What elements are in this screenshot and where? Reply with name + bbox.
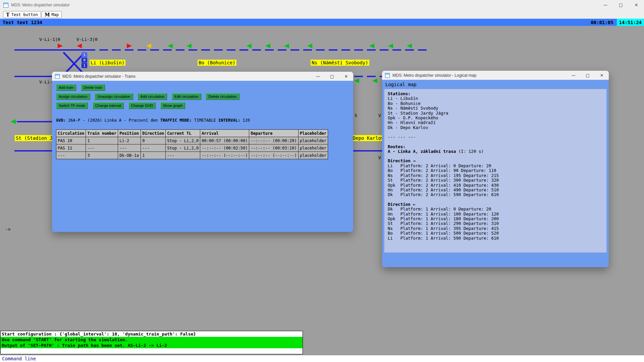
- column-header-position[interactable]: Position: [118, 130, 141, 137]
- map-button[interactable]: M Map: [42, 11, 62, 18]
- trains-window: MDS: Metro dispatcher simulator - Trains…: [52, 72, 353, 232]
- console-line-3: Output of 'SET-PATH' : Train path has be…: [1, 343, 303, 348]
- change-gvd-button[interactable]: Change GVD: [128, 102, 156, 109]
- signal-arrow-icon: [11, 119, 16, 124]
- cell: ---: [56, 152, 86, 159]
- command-bar: [0, 355, 644, 362]
- logical-map-window: MDS: Metro dispatcher simulator - Logica…: [382, 71, 609, 267]
- trains-maximize-button[interactable]: □: [325, 72, 339, 81]
- trains-table: Circulation Train number Position Direct…: [56, 129, 328, 159]
- signal-arrow-icon: [369, 44, 374, 48]
- train-row-2[interactable]: PAS 11 --- --- --- Stop - Li,2,0 --:--:-…: [56, 144, 328, 152]
- logical-window-titlebar[interactable]: MDS: Metro dispatcher simulator - Logica…: [382, 71, 609, 80]
- logical-minimize-button[interactable]: —: [567, 71, 581, 80]
- train-row-3[interactable]: --- 3 Dk-OB-1a 1 --- --:--:-- (--:--:--)…: [56, 152, 328, 159]
- assign-circulation-button[interactable]: Assign circulation: [56, 93, 90, 100]
- cell: PAS 10: [56, 137, 86, 144]
- cell: Li-2: [118, 137, 141, 144]
- status-text: Test text 1234: [3, 20, 42, 25]
- signal-arrow-icon: [77, 44, 82, 48]
- cell: --:--:-- (00:00:20): [249, 137, 298, 144]
- delete-circulation-button[interactable]: Delete circulation: [206, 93, 239, 100]
- logical-map-text-panel[interactable]: Stations: Li - Libušín Bo - Bohunice Ns …: [384, 89, 607, 253]
- cell: ---: [141, 144, 166, 152]
- trains-close-button[interactable]: ✕: [339, 72, 353, 81]
- show-graph-button[interactable]: Show graph: [160, 102, 185, 109]
- switch-tf-mode-button[interactable]: Switch TF mode: [56, 102, 88, 109]
- cell: Stop - Li,2,0: [166, 137, 200, 144]
- trains-window-body: Add train Delete train Assign circulatio…: [52, 81, 353, 232]
- status-right: 00:01:05 14:51:24: [591, 19, 644, 26]
- edit-circulation-button[interactable]: Edit circulation: [172, 93, 201, 100]
- test-button[interactable]: T Test button: [3, 11, 41, 18]
- delete-train-button[interactable]: Delete train: [81, 84, 105, 91]
- logical-close-button[interactable]: ✕: [595, 71, 609, 80]
- cell: 1: [86, 137, 118, 144]
- add-circulation-button[interactable]: Add circulation: [138, 93, 167, 100]
- stations-list: Li - Libušín Bo - Bohunice Ns - Náměstí …: [388, 96, 603, 130]
- signal-arrow-icon: [168, 44, 173, 48]
- signal-arrow-icon: [372, 78, 377, 83]
- cell: placeholder: [298, 144, 328, 152]
- cell: 3: [86, 152, 118, 159]
- clock-time: 14:51:24: [617, 19, 644, 26]
- train-row-1[interactable]: PAS 10 1 Li-2 0 Stop - Li,2,0 00:00:57 (…: [56, 137, 328, 144]
- track-line-1-dashed: [87, 49, 427, 51]
- cell: --:--:-- (00:02:50): [200, 144, 249, 152]
- logical-window-controls: — □ ✕: [567, 71, 609, 80]
- cell: --:--:-- (--:--:--): [200, 152, 249, 159]
- signal-arrow-icon: [186, 44, 192, 48]
- traffic-mode-label: TRAFFIC MODE:: [160, 118, 192, 123]
- unassign-circulation-button[interactable]: Unassign circulation: [95, 93, 133, 100]
- signal-number: 1: [82, 52, 87, 57]
- interval-value: 120: [240, 118, 250, 123]
- signal-arrow-icon: [388, 44, 393, 48]
- app-icon: [385, 73, 390, 78]
- track-line-1-solid: [14, 49, 87, 51]
- signal-arrow-icon: [354, 78, 359, 83]
- gvd-value: 26A-P - (2026) Linka A - Pracovní den: [66, 118, 160, 123]
- column-header-train-number[interactable]: Train number: [86, 130, 118, 137]
- pointer-note: ->: [5, 227, 11, 232]
- column-header-direction[interactable]: Direction: [141, 130, 166, 137]
- cell: --:--:-- (00:03:10): [249, 144, 298, 152]
- logical-maximize-button[interactable]: □: [581, 71, 595, 80]
- main-window-title: MDS: Metro dispatcher simulator: [11, 3, 70, 7]
- trains-minimize-button[interactable]: —: [311, 72, 325, 81]
- change-interval-button[interactable]: Change interval: [93, 102, 124, 109]
- stations-heading: Stations:: [388, 92, 603, 96]
- cell: PAS 11: [56, 144, 86, 152]
- trains-button-row-3: Switch TF mode Change interval Change GV…: [56, 102, 186, 109]
- signal-number-stack: 1 0 1: [82, 52, 87, 68]
- map-button-icon: M: [45, 12, 50, 17]
- close-button[interactable]: ✕: [629, 0, 644, 10]
- signal-arrow-icon: [307, 44, 312, 48]
- label-fragment: V: [378, 113, 381, 118]
- track-label-v-li-1: V-Li-1|0: [39, 37, 60, 42]
- signal-number: 1: [82, 63, 87, 68]
- console-output: Start configuration : {'global_interval'…: [0, 331, 303, 354]
- main-titlebar[interactable]: MDS: Metro dispatcher simulator — □ ✕: [0, 0, 644, 10]
- map-button-label: Map: [52, 12, 59, 17]
- gvd-label: GVD:: [56, 118, 66, 123]
- test-button-label: Test button: [11, 12, 38, 17]
- column-header-departure[interactable]: Departure: [249, 130, 298, 137]
- toolbar: T Test button M Map: [0, 10, 644, 19]
- logical-map-heading: Logical map: [385, 82, 417, 87]
- signal-arrow-icon: [407, 44, 412, 48]
- status-bar: Test text 1234 00:01:05 14:51:24: [0, 19, 644, 26]
- minimize-button[interactable]: —: [598, 0, 613, 10]
- column-header-placeholder[interactable]: Placeholder: [298, 130, 328, 137]
- maximize-button[interactable]: □: [613, 0, 629, 10]
- column-header-circulation[interactable]: Circulation: [56, 130, 86, 137]
- column-header-current-tl[interactable]: Current TL: [166, 130, 200, 137]
- trains-window-titlebar[interactable]: MDS: Metro dispatcher simulator - Trains…: [52, 72, 353, 81]
- column-header-arrival[interactable]: Arrival: [200, 130, 249, 137]
- console-line-2: Use command 'START' for starting the sim…: [1, 337, 303, 343]
- add-train-button[interactable]: Add train: [56, 84, 76, 91]
- track-label-v-li-3: V-Li-3|0: [76, 37, 98, 42]
- traffic-mode-value: TIMETABLE: [192, 118, 218, 123]
- label-fragment: V: [378, 155, 381, 160]
- elapsed-time: 00:01:05: [591, 20, 613, 25]
- command-line-input[interactable]: [0, 355, 644, 362]
